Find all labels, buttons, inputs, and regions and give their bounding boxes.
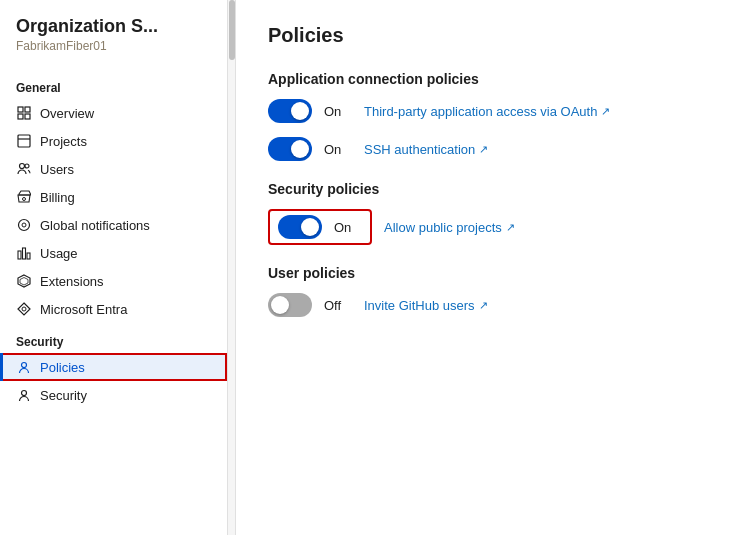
page-title: Policies <box>268 24 708 47</box>
ssh-description[interactable]: SSH authentication ↗ <box>364 142 488 157</box>
svg-point-7 <box>25 164 29 168</box>
org-subtitle: FabrikamFiber01 <box>0 39 227 69</box>
security-policies-section: Security policies On Allow public projec… <box>268 181 708 245</box>
usage-icon <box>16 245 32 261</box>
section-label-security: Security <box>0 323 227 353</box>
entra-label: Microsoft Entra <box>40 302 127 317</box>
svg-rect-2 <box>18 114 23 119</box>
users-icon <box>16 161 32 177</box>
svg-rect-12 <box>23 248 26 259</box>
public-projects-highlight-box: On <box>268 209 372 245</box>
policy-row-public-projects: On Allow public projects ↗ <box>268 209 708 245</box>
sidebar-item-global-notifications[interactable]: Global notifications <box>0 211 227 239</box>
sidebar-item-billing[interactable]: Billing <box>0 183 227 211</box>
public-projects-toggle[interactable] <box>278 215 322 239</box>
oauth-toggle[interactable] <box>268 99 312 123</box>
usage-label: Usage <box>40 246 78 261</box>
public-projects-link-icon: ↗ <box>506 221 515 234</box>
org-title: Organization S... <box>0 16 227 39</box>
svg-point-10 <box>22 223 26 227</box>
github-users-link-icon: ↗ <box>479 299 488 312</box>
extensions-label: Extensions <box>40 274 104 289</box>
github-users-state-label: Off <box>324 298 352 313</box>
policy-row-github-users: Off Invite GitHub users ↗ <box>268 293 708 317</box>
svg-marker-16 <box>18 303 30 315</box>
notifications-icon <box>16 217 32 233</box>
svg-rect-0 <box>18 107 23 112</box>
svg-marker-15 <box>20 278 28 286</box>
svg-rect-4 <box>18 135 30 147</box>
ssh-state-label: On <box>324 142 352 157</box>
entra-icon <box>16 301 32 317</box>
svg-rect-1 <box>25 107 30 112</box>
policy-row-ssh: On SSH authentication ↗ <box>268 137 708 161</box>
extensions-icon <box>16 273 32 289</box>
github-users-toggle[interactable] <box>268 293 312 317</box>
projects-label: Projects <box>40 134 87 149</box>
security-policies-heading: Security policies <box>268 181 708 197</box>
public-projects-description[interactable]: Allow public projects ↗ <box>384 220 515 235</box>
svg-point-9 <box>19 220 30 231</box>
billing-label: Billing <box>40 190 75 205</box>
svg-point-6 <box>20 164 25 169</box>
ssh-link-icon: ↗ <box>479 143 488 156</box>
user-policies-heading: User policies <box>268 265 708 281</box>
svg-point-19 <box>22 391 27 396</box>
sidebar-item-usage[interactable]: Usage <box>0 239 227 267</box>
sidebar-item-extensions[interactable]: Extensions <box>0 267 227 295</box>
oauth-state-label: On <box>324 104 352 119</box>
overview-label: Overview <box>40 106 94 121</box>
svg-rect-11 <box>18 251 21 259</box>
overview-icon <box>16 105 32 121</box>
section-label-general: General <box>0 69 227 99</box>
oauth-link-icon: ↗ <box>601 105 610 118</box>
main-content: Policies Application connection policies… <box>236 0 740 535</box>
ssh-toggle[interactable] <box>268 137 312 161</box>
notifications-label: Global notifications <box>40 218 150 233</box>
sidebar-item-microsoft-entra[interactable]: Microsoft Entra <box>0 295 227 323</box>
user-policies-section: User policies Off Invite GitHub users ↗ <box>268 265 708 317</box>
security-icon <box>16 387 32 403</box>
svg-point-17 <box>22 307 26 311</box>
policy-row-oauth: On Third-party application access via OA… <box>268 99 708 123</box>
oauth-description[interactable]: Third-party application access via OAuth… <box>364 104 610 119</box>
svg-rect-3 <box>25 114 30 119</box>
policies-icon <box>16 359 32 375</box>
app-connection-heading: Application connection policies <box>268 71 708 87</box>
sidebar-item-projects[interactable]: Projects <box>0 127 227 155</box>
sidebar: Organization S... FabrikamFiber01 Genera… <box>0 0 228 535</box>
app-connection-section: Application connection policies On Third… <box>268 71 708 161</box>
security-label: Security <box>40 388 87 403</box>
users-label: Users <box>40 162 74 177</box>
policies-label: Policies <box>40 360 85 375</box>
public-projects-state-label: On <box>334 220 362 235</box>
billing-icon <box>16 189 32 205</box>
github-users-description[interactable]: Invite GitHub users ↗ <box>364 298 488 313</box>
sidebar-item-policies[interactable]: Policies <box>0 353 227 381</box>
projects-icon <box>16 133 32 149</box>
svg-rect-13 <box>27 253 30 259</box>
sidebar-item-users[interactable]: Users <box>0 155 227 183</box>
svg-point-18 <box>22 363 27 368</box>
sidebar-item-overview[interactable]: Overview <box>0 99 227 127</box>
sidebar-item-security[interactable]: Security <box>0 381 227 409</box>
svg-point-8 <box>23 198 26 201</box>
